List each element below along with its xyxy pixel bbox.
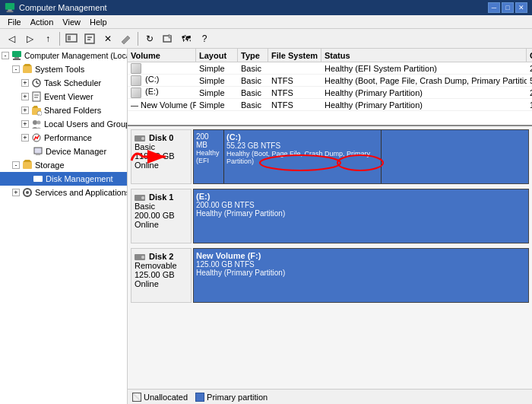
disk0-partitions: 200 MB Healthy (EFI (C:) 55.23 GB NTFS H… xyxy=(193,129,529,184)
svg-line-16 xyxy=(36,83,39,84)
disk-management-icon xyxy=(32,173,44,185)
tree-toggle-performance[interactable]: + xyxy=(21,134,29,142)
window-title: Computer Management xyxy=(19,3,484,12)
tree-item-shared-folders[interactable]: + + Shared Folders xyxy=(0,103,127,117)
tree-toggle-event-viewer[interactable]: + xyxy=(21,93,29,100)
disk0-name: Disk 0 xyxy=(135,133,188,142)
svg-rect-12 xyxy=(23,66,32,73)
disk0-rest-partition[interactable] xyxy=(382,130,528,183)
svg-rect-5 xyxy=(85,34,94,43)
table-row[interactable]: (C:) Simple Basic NTFS Healthy (Boot, Pa… xyxy=(128,75,532,87)
event-viewer-icon xyxy=(30,91,43,103)
cell-type-2: Basic xyxy=(238,76,268,85)
menu-file[interactable]: File xyxy=(3,17,26,27)
disk0-c-partition[interactable]: (C:) 55.23 GB NTFS Healthy (Boot, Page F… xyxy=(224,130,382,183)
menu-action[interactable]: Action xyxy=(26,17,59,27)
minimize-button[interactable]: ─ xyxy=(488,2,500,13)
disk0-size: 119.88 GB xyxy=(135,151,188,161)
cell-volume-4: — New Volume (F:) xyxy=(128,100,196,110)
tree-panel: - Computer Management (Local) - System T… xyxy=(0,49,128,404)
toolbar: ◁ ▷ ↑ ✕ ↻ 🗺 ? xyxy=(0,29,532,49)
tree-item-local-users[interactable]: + Local Users and Groups xyxy=(0,117,127,131)
tree-label-storage: Storage xyxy=(35,161,65,170)
table-row[interactable]: (E:) Simple Basic NTFS Healthy (Primary … xyxy=(128,87,532,99)
local-users-icon xyxy=(30,118,43,130)
tree-toggle-shared-folders[interactable]: + xyxy=(21,107,29,114)
legend-primary: Primary partition xyxy=(195,393,268,402)
disk1-e-status: Healthy (Primary Partition) xyxy=(196,209,526,218)
disk0-c-label: (C:) xyxy=(226,132,378,142)
title-bar: Computer Management ─ □ ✕ xyxy=(0,0,532,15)
disk0-efi-partition[interactable]: 200 MB Healthy (EFI xyxy=(194,130,224,183)
tree-toggle-storage[interactable]: - xyxy=(12,161,20,169)
menu-view[interactable]: View xyxy=(58,17,85,27)
cell-status-2: Healthy (Boot, Page File, Crash Dump, Pr… xyxy=(321,76,527,85)
disk0-info: Disk 0 Basic 119.88 GB Online xyxy=(131,129,192,184)
svg-rect-28 xyxy=(36,154,40,155)
tree-item-device-manager[interactable]: Device Manager xyxy=(0,145,127,158)
tree-item-task-scheduler[interactable]: + Task Scheduler xyxy=(0,76,127,90)
show-hide-button[interactable] xyxy=(63,30,80,47)
rename-button[interactable] xyxy=(118,30,135,47)
properties-button[interactable] xyxy=(81,30,98,47)
tree-item-performance[interactable]: + Performance xyxy=(0,131,127,145)
maximize-button[interactable]: □ xyxy=(502,2,514,13)
col-header-volume[interactable]: Volume xyxy=(128,49,196,62)
cell-volume-2: (C:) xyxy=(128,75,196,85)
table-row[interactable]: — New Volume (F:) Simple Basic NTFS Heal… xyxy=(128,99,532,111)
cell-status-4: Healthy (Primary Partition) xyxy=(321,100,527,110)
tree-toggle-system-tools[interactable]: - xyxy=(12,65,20,73)
cell-type-4: Basic xyxy=(238,100,268,110)
tree-item-disk-management[interactable]: Disk Management xyxy=(0,172,127,186)
svg-rect-29 xyxy=(23,162,32,169)
device-manager-icon xyxy=(32,145,44,157)
legend-primary-label: Primary partition xyxy=(207,393,268,402)
disk1-type: Basic xyxy=(135,202,188,211)
svg-point-32 xyxy=(40,177,43,180)
cell-layout-3: Simple xyxy=(196,88,238,97)
tree-toggle-local-users[interactable]: + xyxy=(21,120,29,128)
cell-fs-4: NTFS xyxy=(268,100,321,110)
volume-icon-1 xyxy=(131,63,141,74)
tree-item-root[interactable]: - Computer Management (Local) xyxy=(0,49,127,62)
refresh-button[interactable]: ↻ xyxy=(141,30,158,47)
tree-item-event-viewer[interactable]: + Event Viewer xyxy=(0,90,127,103)
col-header-layout[interactable]: Layout xyxy=(196,49,238,62)
svg-marker-30 xyxy=(23,160,32,162)
tree-item-storage[interactable]: - Storage xyxy=(0,158,127,172)
delete-button[interactable]: ✕ xyxy=(100,30,116,47)
tree-label-root: Computer Management (Local) xyxy=(24,51,128,60)
menu-help[interactable]: Help xyxy=(85,17,112,27)
svg-rect-10 xyxy=(14,57,19,59)
window-controls[interactable]: ─ □ ✕ xyxy=(488,2,527,13)
back-button[interactable]: ◁ xyxy=(3,30,20,47)
col-header-filesystem[interactable]: File System xyxy=(268,49,321,62)
tree-item-system-tools[interactable]: - System Tools xyxy=(0,62,127,76)
cell-layout-2: Simple xyxy=(196,76,238,85)
col-header-type[interactable]: Type xyxy=(238,49,268,62)
tree-toggle-root[interactable]: - xyxy=(2,52,9,59)
disk1-size: 200.00 GB xyxy=(135,211,188,220)
shared-folders-icon: + xyxy=(30,104,43,116)
svg-rect-17 xyxy=(33,92,40,101)
legend-bar: Unallocated Primary partition xyxy=(128,389,532,404)
forward-button[interactable]: ▷ xyxy=(21,30,38,47)
svg-point-43 xyxy=(141,256,144,259)
tree-item-services[interactable]: + Services and Applications xyxy=(0,186,127,199)
cell-fs-3: NTFS xyxy=(268,88,321,97)
tree-toggle-task-scheduler[interactable]: + xyxy=(21,79,29,87)
disk1-e-partition[interactable]: (E:) 200.00 GB NTFS Healthy (Primary Par… xyxy=(194,189,528,243)
svg-rect-9 xyxy=(12,51,21,57)
table-row[interactable]: Simple Basic Healthy (EFI System Partiti… xyxy=(128,62,532,75)
export-button[interactable] xyxy=(160,30,176,47)
close-button[interactable]: ✕ xyxy=(515,2,527,13)
help-button[interactable]: ? xyxy=(196,30,213,47)
disk0-efi-status: Healthy (EFI xyxy=(196,149,221,164)
up-button[interactable]: ↑ xyxy=(40,30,56,47)
map-button[interactable]: 🗺 xyxy=(178,30,195,47)
col-header-status[interactable]: Status xyxy=(321,49,527,62)
tree-toggle-services[interactable]: + xyxy=(12,189,20,196)
col-header-capacity[interactable]: Capaci... xyxy=(527,49,532,62)
computer-management-icon xyxy=(5,2,15,13)
disk2-f-partition[interactable]: New Volume (F:) 125.00 GB NTFS Healthy (… xyxy=(194,249,528,302)
